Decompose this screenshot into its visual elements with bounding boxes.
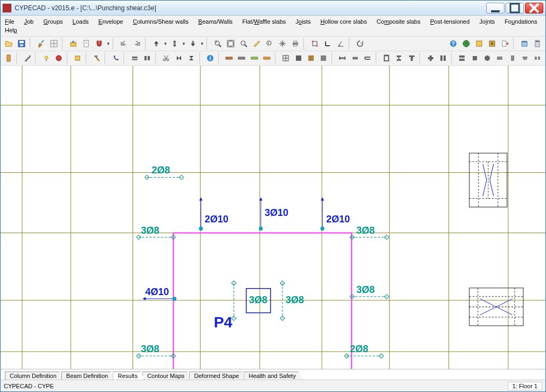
- floor-down-dropdown[interactable]: ▼: [200, 38, 204, 50]
- hammer-icon[interactable]: [91, 52, 102, 64]
- pattern2-icon[interactable]: [293, 52, 304, 64]
- tool-a-icon[interactable]: [53, 52, 65, 64]
- config1-icon[interactable]: [473, 38, 485, 50]
- phone-icon[interactable]: [110, 52, 121, 64]
- ortho-on-icon[interactable]: [322, 38, 334, 50]
- layers1-icon[interactable]: [129, 52, 140, 64]
- section1-icon[interactable]: [381, 52, 392, 64]
- svg-marker-118: [199, 197, 203, 200]
- menu-joints[interactable]: Joints: [478, 17, 496, 26]
- scissors-icon[interactable]: [161, 52, 172, 64]
- menu-beams[interactable]: Beams/Walls: [197, 17, 234, 26]
- tab-column-definition[interactable]: Column Definition: [5, 372, 64, 380]
- close-button[interactable]: [525, 3, 543, 13]
- flip-v-icon[interactable]: [173, 52, 184, 64]
- orthogonal-icon[interactable]: [309, 38, 321, 50]
- reinforcement-marker: 3Ø8: [136, 225, 176, 240]
- menu-columns[interactable]: Columns/Shear walls: [132, 17, 189, 26]
- pan-icon[interactable]: [277, 38, 288, 50]
- settings-icon[interactable]: [519, 38, 530, 50]
- rebar1-icon[interactable]: [337, 52, 348, 64]
- beam2-icon[interactable]: [236, 52, 247, 64]
- tab-deformed-shape[interactable]: Deformed Shape: [189, 372, 246, 380]
- section9-icon[interactable]: [494, 52, 506, 64]
- section4-icon[interactable]: [425, 52, 436, 64]
- menu-loads[interactable]: Loads: [72, 17, 90, 26]
- tab-contour-maps[interactable]: Contour Maps: [142, 372, 191, 380]
- redo-icon[interactable]: [131, 38, 143, 50]
- section5-icon[interactable]: [438, 52, 449, 64]
- save-icon[interactable]: [16, 38, 27, 50]
- pattern1-icon[interactable]: [280, 52, 292, 64]
- calculator-icon[interactable]: [531, 38, 543, 50]
- full-window-icon[interactable]: [225, 38, 237, 50]
- menu-post[interactable]: Post-tensioned: [429, 17, 471, 26]
- config2-icon[interactable]: [486, 38, 498, 50]
- section12-icon[interactable]: [532, 52, 543, 64]
- pattern4-icon[interactable]: [318, 52, 329, 64]
- zoom-prev-icon[interactable]: [264, 38, 275, 50]
- redraw-icon[interactable]: [251, 38, 262, 50]
- minimize-button[interactable]: [486, 3, 504, 13]
- info-icon[interactable]: i: [204, 52, 216, 64]
- svg-rect-52: [94, 55, 98, 57]
- help-icon[interactable]: ?: [447, 38, 459, 50]
- zoom-window-icon[interactable]: [212, 38, 224, 50]
- undo-icon[interactable]: [118, 38, 130, 50]
- tab-results[interactable]: Results: [113, 372, 144, 380]
- menu-envelope[interactable]: Envelope: [98, 17, 125, 26]
- rebar3-icon[interactable]: [362, 52, 373, 64]
- pattern3-icon[interactable]: [305, 52, 316, 64]
- floor-both-icon[interactable]: [169, 38, 181, 50]
- menu-groups[interactable]: Groups: [43, 17, 64, 26]
- section11-icon[interactable]: [519, 52, 530, 64]
- menu-help[interactable]: Help: [4, 26, 18, 34]
- zoom-icon[interactable]: [238, 38, 250, 50]
- print-icon[interactable]: [289, 38, 301, 50]
- light-icon[interactable]: [40, 52, 52, 64]
- section8-icon[interactable]: [481, 52, 493, 64]
- tab-beam-definition[interactable]: Beam Definition: [61, 372, 115, 380]
- section2-icon[interactable]: [393, 52, 405, 64]
- open-icon[interactable]: [3, 38, 15, 50]
- floor-both-dropdown[interactable]: ▼: [182, 38, 186, 50]
- svg-rect-22: [227, 40, 234, 47]
- magnet-dropdown[interactable]: ▼: [106, 38, 110, 50]
- drawing-canvas[interactable]: 2Ø8 2Ø10 3Ø10 2Ø10: [1, 66, 545, 369]
- beam1-icon[interactable]: [224, 52, 235, 64]
- tool-b-icon[interactable]: [72, 52, 84, 64]
- maximize-button[interactable]: [506, 3, 524, 13]
- section7-icon[interactable]: [469, 52, 480, 64]
- brush-icon[interactable]: [35, 38, 47, 50]
- tab-health-safety[interactable]: Health and Safety: [244, 372, 302, 380]
- menu-foundations[interactable]: Foundations: [503, 17, 538, 26]
- magnet-icon[interactable]: [93, 38, 105, 50]
- export-icon[interactable]: [499, 38, 511, 50]
- level-up-icon[interactable]: [67, 38, 79, 50]
- stairs-icon[interactable]: [22, 52, 33, 64]
- new-doc-icon[interactable]: [80, 38, 92, 50]
- section6-icon[interactable]: [457, 52, 468, 64]
- rebar2-icon[interactable]: [349, 52, 361, 64]
- flip-h-icon[interactable]: [185, 52, 197, 64]
- menu-hollow[interactable]: Hollow core slabs: [319, 17, 368, 26]
- menu-file[interactable]: File: [4, 17, 16, 26]
- beam4-icon[interactable]: [261, 52, 272, 64]
- reinforcement-marker: 2Ø8: [344, 344, 384, 358]
- floor-up-dropdown[interactable]: ▼: [163, 38, 168, 50]
- menu-joists[interactable]: Joists: [294, 17, 312, 26]
- section10-icon[interactable]: [507, 52, 518, 64]
- section3-icon[interactable]: [406, 52, 417, 64]
- refresh-icon[interactable]: [354, 38, 366, 50]
- menu-composite[interactable]: Composite slabs: [376, 17, 421, 26]
- beam3-icon[interactable]: [248, 52, 260, 64]
- angle-icon[interactable]: [335, 38, 347, 50]
- menu-job[interactable]: Job: [23, 17, 35, 26]
- grid-icon[interactable]: [48, 38, 60, 50]
- column-icon[interactable]: [3, 52, 14, 64]
- layers2-icon[interactable]: [141, 52, 153, 64]
- floor-down-icon[interactable]: [187, 38, 199, 50]
- menu-flat[interactable]: Flat/Waffle slabs: [241, 17, 287, 26]
- globe-icon[interactable]: [460, 38, 472, 50]
- floor-up-icon[interactable]: [150, 38, 162, 50]
